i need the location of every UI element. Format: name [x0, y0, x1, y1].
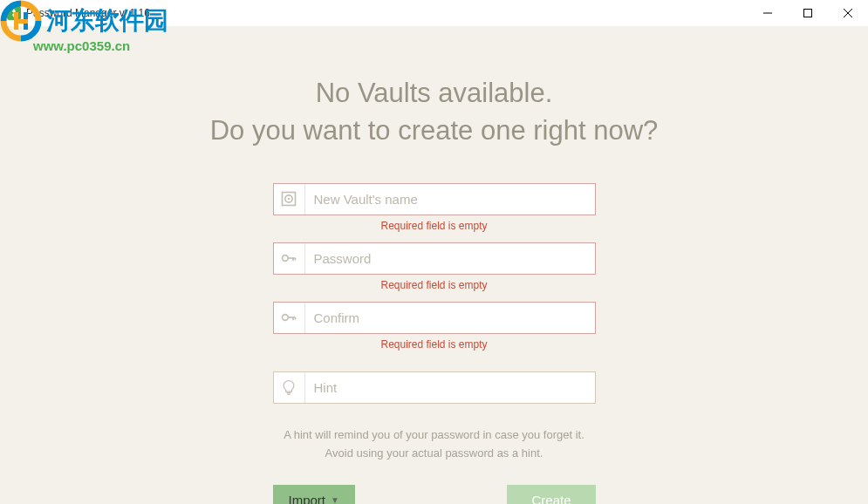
import-label: Import — [289, 493, 326, 504]
password-error: Required field is empty — [273, 275, 596, 298]
svg-rect-1 — [804, 10, 812, 17]
hint-wrapper — [273, 371, 596, 404]
page-heading: No Vaults available. Do you want to crea… — [210, 74, 659, 150]
bulb-icon — [274, 372, 305, 403]
minimize-button[interactable] — [748, 0, 788, 26]
confirm-group: Required field is empty — [273, 302, 596, 358]
import-button[interactable]: Import ▼ — [273, 485, 355, 504]
confirm-wrapper — [273, 302, 596, 334]
close-button[interactable] — [828, 0, 868, 26]
confirm-error: Required field is empty — [273, 334, 596, 358]
vault-name-group: Required field is empty — [273, 183, 596, 239]
hint-desc-line2: Avoid using your actual password as a hi… — [284, 445, 584, 463]
svg-point-14 — [283, 315, 289, 321]
password-wrapper — [273, 242, 596, 275]
hint-description: A hint will remind you of your password … — [284, 426, 584, 463]
chevron-down-icon: ▼ — [331, 495, 339, 504]
key-icon — [274, 243, 305, 274]
window-controls — [748, 0, 868, 26]
svg-point-10 — [283, 255, 289, 262]
vault-name-wrapper — [273, 183, 596, 215]
password-group: Required field is empty — [273, 242, 596, 298]
main-content: No Vaults available. Do you want to crea… — [0, 26, 868, 504]
heading-line2: Do you want to create one right now? — [210, 112, 659, 149]
window-title: Password Manager v. 1.16 — [26, 7, 150, 19]
vault-name-input[interactable] — [305, 184, 595, 215]
svg-point-9 — [288, 198, 290, 201]
app-icon — [7, 6, 21, 20]
vault-name-error: Required field is empty — [273, 215, 596, 239]
hint-desc-line1: A hint will remind you of your password … — [284, 426, 584, 445]
vault-icon — [274, 184, 305, 215]
password-input[interactable] — [305, 243, 595, 274]
key-icon — [274, 303, 305, 333]
hint-input[interactable] — [305, 372, 595, 403]
heading-line1: No Vaults available. — [210, 74, 659, 112]
button-row: Import ▼ Create — [273, 485, 596, 504]
create-button[interactable]: Create — [507, 485, 595, 504]
titlebar: Password Manager v. 1.16 — [0, 0, 868, 26]
create-label: Create — [531, 493, 571, 504]
hint-group — [273, 371, 596, 404]
maximize-button[interactable] — [788, 0, 828, 26]
confirm-input[interactable] — [305, 303, 595, 333]
